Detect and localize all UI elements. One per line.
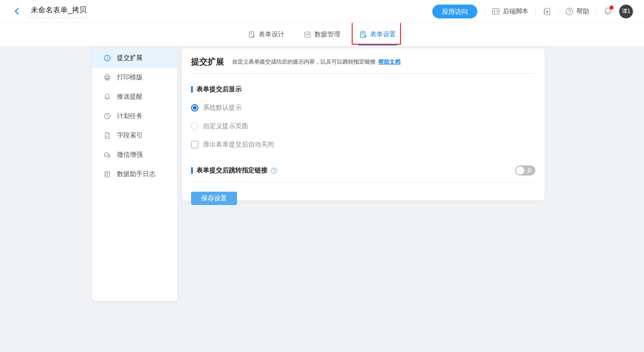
- help-doc-link[interactable]: 帮助文档: [378, 58, 400, 66]
- help-button[interactable]: 帮助: [565, 7, 589, 16]
- panel-subtitle: 自定义表单提交成功后的提示内容，以及可以跳转指定链接: [232, 58, 376, 66]
- divider: [191, 182, 535, 182]
- backend-script-label: 后端脚本: [503, 7, 528, 16]
- radio-selected-icon[interactable]: [191, 104, 198, 111]
- radio-system-default[interactable]: 系统默认提示: [191, 104, 535, 112]
- chevron-left-icon: [13, 7, 21, 15]
- radio-unselected-icon[interactable]: [191, 123, 198, 130]
- sidebar-item-label: 提交扩展: [117, 54, 143, 62]
- sidebar-item-label: 数据助手日志: [117, 170, 156, 178]
- sidebar-item-scheduled-tasks[interactable]: 计划任务: [92, 106, 177, 126]
- address-book-icon: [543, 7, 551, 16]
- printer-icon: [104, 74, 111, 81]
- form-design-icon: [248, 31, 255, 38]
- section-title-text: 表单提交后跳转指定链接: [197, 166, 267, 175]
- divider: [596, 8, 597, 15]
- sidebar-item-submit-extension[interactable]: 提交扩展: [92, 48, 177, 68]
- question-circle-icon: [565, 7, 574, 16]
- sidebar-item-label: 字段索引: [117, 131, 143, 140]
- save-settings-button[interactable]: 保存设置: [191, 192, 237, 205]
- section-bar: [191, 167, 193, 174]
- checkbox-icon[interactable]: [191, 141, 198, 148]
- divider: [535, 8, 536, 15]
- notification-button[interactable]: [603, 7, 612, 16]
- data-manage-icon: [304, 31, 311, 38]
- redirect-toggle-off[interactable]: 关: [515, 165, 535, 176]
- wechat-icon: [104, 151, 111, 158]
- sidebar-item-label: 推送提醒: [117, 93, 143, 101]
- back-button[interactable]: [13, 7, 21, 15]
- radio-custom-page[interactable]: 自定义提示页面: [191, 122, 535, 130]
- code-icon: [492, 7, 500, 16]
- radio-label: 系统默认提示: [203, 104, 242, 112]
- info-circle-icon: [104, 54, 111, 62]
- panel-header: 提交扩展 自定义表单提交成功后的提示内容，以及可以跳转指定链接 帮助文档: [191, 56, 535, 67]
- form-title[interactable]: 未命名表单_拷贝: [29, 5, 88, 18]
- file-icon: [104, 132, 111, 139]
- tab-form-design[interactable]: 表单设计: [248, 23, 284, 46]
- bell-icon: [104, 93, 111, 100]
- page-content: 提交扩展 打印模版 推送提醒 计划任务 字段索引: [0, 46, 644, 352]
- checkbox-label: 弹出表单提交后自动关闭: [203, 141, 274, 149]
- log-icon: [104, 170, 111, 178]
- sidebar-item-data-assistant-log[interactable]: 数据助手日志: [92, 164, 177, 184]
- toggle-knob: [516, 166, 524, 175]
- tab-label: 表单设置: [370, 30, 396, 39]
- settings-sidebar: 提交扩展 打印模版 推送提醒 计划任务 字段索引: [92, 48, 177, 301]
- section-bar: [191, 86, 193, 93]
- divider: [484, 8, 485, 15]
- divider: [558, 8, 558, 15]
- tab-bar: 表单设计 数据管理 表单设置: [0, 23, 644, 46]
- address-book-button[interactable]: [543, 7, 551, 16]
- section-title-text: 表单提交后显示: [197, 85, 242, 94]
- sidebar-item-label: 计划任务: [117, 112, 143, 120]
- sidebar-item-push-reminder[interactable]: 推送提醒: [92, 87, 177, 106]
- form-settings-icon: [360, 31, 367, 38]
- avatar[interactable]: 谭1: [619, 5, 633, 18]
- backend-script-button[interactable]: 后端脚本: [492, 7, 528, 16]
- question-circle-icon[interactable]: [271, 167, 278, 174]
- redirect-section-row: 表单提交后跳转指定链接 关: [191, 165, 535, 176]
- sidebar-item-print-template[interactable]: 打印模版: [92, 68, 177, 87]
- tab-data-manage[interactable]: 数据管理: [304, 23, 340, 46]
- toggle-state-label: 关: [527, 165, 532, 176]
- help-label: 帮助: [576, 7, 589, 16]
- tab-form-settings[interactable]: 表单设置: [360, 23, 396, 46]
- checkbox-auto-close[interactable]: 弹出表单提交后自动关闭: [191, 141, 535, 149]
- tab-label: 表单设计: [259, 30, 284, 39]
- submit-extension-panel: 提交扩展 自定义表单提交成功后的提示内容，以及可以跳转指定链接 帮助文档 表单提…: [182, 48, 545, 200]
- app-access-button[interactable]: 应用访问: [432, 5, 477, 18]
- sidebar-item-label: 打印模版: [117, 73, 143, 82]
- notification-dot: [609, 6, 614, 10]
- radio-label: 自定义提示页面: [203, 122, 248, 130]
- sidebar-item-wechat-enhance[interactable]: 微信增强: [92, 145, 177, 164]
- redirect-section-title: 表单提交后跳转指定链接: [191, 166, 278, 175]
- divider: [191, 73, 535, 74]
- top-header: 未命名表单_拷贝 应用访问 后端脚本 帮助: [0, 0, 644, 23]
- clock-icon: [104, 112, 111, 120]
- header-actions: 应用访问 后端脚本 帮助 谭1: [432, 5, 633, 18]
- display-section-title: 表单提交后显示: [191, 85, 535, 94]
- sidebar-item-label: 微信增强: [117, 151, 143, 159]
- sidebar-item-field-index[interactable]: 字段索引: [92, 126, 177, 145]
- panel-title: 提交扩展: [191, 56, 224, 67]
- tab-label: 数据管理: [314, 30, 340, 39]
- active-tab-underline: [358, 44, 397, 46]
